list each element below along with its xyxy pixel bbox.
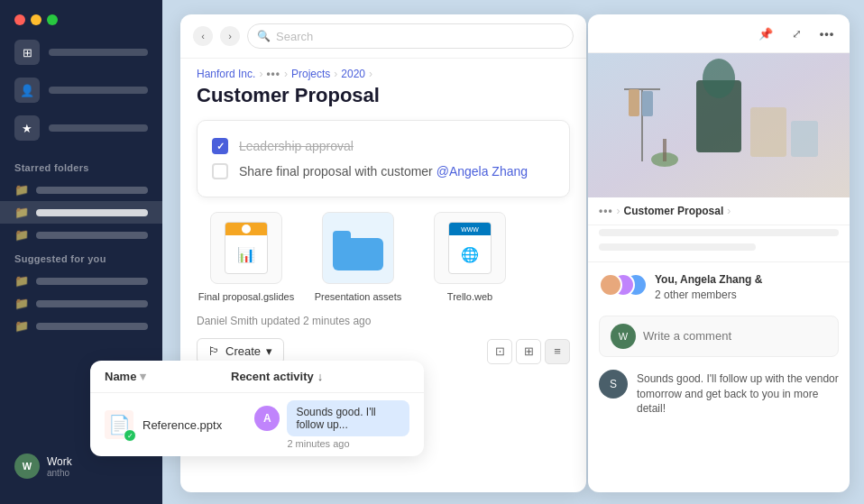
- table-filename: Reference.pptx: [142, 418, 245, 432]
- status-badge: ✓: [124, 429, 136, 442]
- comment-text: Sounds good. I'll follow up with the ven…: [637, 371, 839, 417]
- sidebar-suggested-item-3[interactable]: 📁: [0, 315, 162, 337]
- file-name-web: Trello.web: [447, 291, 492, 302]
- search-icon: 🔍: [257, 30, 271, 42]
- file-card-web[interactable]: www 🌐 Trello.web: [420, 212, 519, 302]
- minimize-button[interactable]: [31, 14, 41, 25]
- folder-label-bar: [36, 278, 148, 285]
- checklist-text-2: Share final proposal with customer @Ange…: [239, 164, 528, 179]
- panel-preview-image: [588, 53, 850, 197]
- update-line: Daniel Smith updated 2 minutes ago: [180, 315, 586, 338]
- checkbox-1[interactable]: [212, 138, 228, 154]
- table-view-button[interactable]: ⊡: [487, 339, 512, 364]
- right-panel: 📌 ⤢ •••: [588, 14, 850, 492]
- sidebar-suggested-item-1[interactable]: 📁: [0, 270, 162, 292]
- sidebar-item-folder-1[interactable]: 📁: [0, 179, 162, 201]
- checklist-item-2: Share final proposal with customer @Ange…: [212, 159, 555, 184]
- person-icon: 👤: [14, 78, 40, 103]
- table-row[interactable]: 📄 ✓ Reference.pptx A Sounds good. I'll f…: [90, 393, 424, 456]
- svg-rect-10: [663, 139, 666, 161]
- back-button[interactable]: ‹: [193, 26, 213, 46]
- more-button[interactable]: •••: [815, 22, 839, 45]
- traffic-lights: [0, 14, 162, 40]
- file-card-folder[interactable]: Presentation assets: [308, 212, 408, 302]
- checklist-card: Leadership approval Share final proposal…: [197, 120, 570, 197]
- panel-toolbar: 📌 ⤢ •••: [588, 14, 850, 53]
- activity-bubble: Sounds good. I'll follow up...: [287, 400, 409, 436]
- sidebar-nav-item-2[interactable]: 👤: [14, 78, 148, 103]
- comment-input[interactable]: [643, 329, 827, 343]
- breadcrumb: Hanford Inc. › ••• › Projects › 2020 ›: [180, 59, 586, 84]
- svg-rect-8: [791, 121, 818, 157]
- close-button[interactable]: [14, 14, 25, 25]
- sidebar-label-bar: [49, 49, 148, 56]
- sidebar-nav-item-3[interactable]: ★: [14, 115, 148, 141]
- expand-button[interactable]: ⤢: [785, 22, 808, 45]
- panel-breadcrumb-item[interactable]: Customer Proposal: [624, 205, 724, 217]
- skeleton-line-2: [599, 243, 756, 251]
- breadcrumb-hanford[interactable]: Hanford Inc.: [197, 68, 255, 80]
- svg-point-2: [703, 59, 735, 98]
- checkbox-2[interactable]: [212, 163, 228, 179]
- folder-label-bar: [36, 209, 148, 216]
- chevron-down-icon: ▾: [140, 370, 146, 383]
- starred-section-title: Starred folders: [0, 155, 162, 179]
- pin-button[interactable]: 📌: [754, 22, 777, 45]
- file-icon-web: www 🌐: [434, 212, 506, 284]
- comment-1: S Sounds good. I'll follow up with the v…: [599, 370, 839, 417]
- sidebar-suggested-item-2[interactable]: 📁: [0, 292, 162, 315]
- file-icon-folder: [322, 212, 394, 284]
- skeleton-line-1: [599, 229, 839, 236]
- members-row: You, Angela Zhang & 2 other members: [599, 273, 839, 303]
- sort-icon: ↓: [317, 370, 324, 383]
- comment-input-row[interactable]: W: [599, 316, 839, 357]
- folder-icon: 📁: [14, 297, 29, 310]
- activity-user-avatar: A: [254, 406, 280, 431]
- file-thumbnail: 📄 ✓: [105, 410, 133, 439]
- folder-icon: 📁: [14, 319, 29, 333]
- user-text: Work antho: [47, 455, 72, 478]
- breadcrumb-projects[interactable]: Projects: [291, 68, 330, 80]
- suggested-section-title: Suggested for you: [0, 246, 162, 270]
- checklist-item-1: Leadership approval: [212, 133, 555, 159]
- search-bar[interactable]: 🔍 Search: [247, 23, 574, 49]
- flag-icon: 🏳: [208, 344, 220, 358]
- file-icon-slides: 📊: [210, 212, 282, 284]
- avatars-stack: [599, 273, 646, 302]
- breadcrumb-2020[interactable]: 2020: [341, 68, 365, 80]
- sidebar-label-bar: [49, 124, 148, 132]
- avatar-1: [599, 273, 622, 297]
- svg-rect-7: [750, 107, 786, 157]
- sidebar-item-folder-3[interactable]: 📁: [0, 224, 162, 246]
- preview-svg: [588, 53, 850, 197]
- folder-label-bar: [36, 323, 148, 330]
- file-name-folder: Presentation assets: [315, 291, 402, 302]
- sidebar-label-bar: [49, 87, 148, 94]
- mention-angela: @Angela Zhang: [437, 164, 528, 179]
- activity-time: 2 minutes ago: [287, 438, 409, 449]
- sidebar-item-customer-proposal[interactable]: 📁: [0, 201, 162, 224]
- recent-activity-table: Name ▾ Recent activity ↓ 📄 ✓ Reference.p…: [90, 361, 424, 456]
- grid-view-button[interactable]: ⊞: [516, 339, 541, 364]
- star-icon: ★: [14, 115, 40, 141]
- table-header: Name ▾ Recent activity ↓: [90, 361, 424, 393]
- avatar: W: [14, 454, 40, 479]
- maximize-button[interactable]: [47, 14, 58, 25]
- file-name-slides: Final proposal.gslides: [198, 291, 294, 302]
- col-name-header[interactable]: Name ▾: [105, 370, 224, 383]
- forward-button[interactable]: ›: [220, 26, 240, 46]
- col-activity-header[interactable]: Recent activity ↓: [231, 370, 409, 383]
- svg-rect-5: [629, 89, 639, 116]
- members-label: You, Angela Zhang &: [655, 273, 839, 286]
- comments-section: You, Angela Zhang & 2 other members W S …: [588, 262, 850, 492]
- sidebar-nav-item-1[interactable]: ⊞: [14, 40, 148, 65]
- list-view-button[interactable]: ≡: [545, 339, 570, 364]
- folder-icon: 📁: [14, 228, 29, 242]
- folder-icon: 📁: [14, 274, 29, 288]
- file-card-slides[interactable]: 📊 Final proposal.gslides: [197, 212, 296, 302]
- comment-avatar: W: [611, 324, 636, 349]
- members-info: You, Angela Zhang & 2 other members: [655, 273, 839, 303]
- files-grid: 📊 Final proposal.gslides Presentation as…: [180, 212, 586, 315]
- folder-label-bar: [36, 232, 148, 239]
- grid-icon: ⊞: [14, 40, 40, 65]
